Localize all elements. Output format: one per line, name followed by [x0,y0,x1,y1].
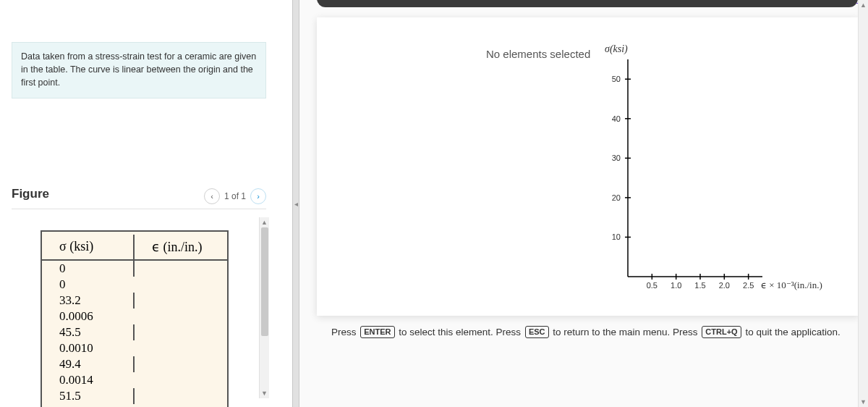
table-row: 49.4 0.0014 [42,356,227,388]
cell-sigma: 51.5 [42,388,135,404]
scroll-down-icon[interactable]: ▼ [260,388,269,398]
figure-pager: ‹ 1 of 1 › [204,188,266,204]
table-row: 33.2 0.0006 [42,293,227,324]
cell-epsilon: 0 [42,277,135,293]
problem-statement-text: Data taken from a stress-strain test for… [21,51,256,88]
scroll-up-icon[interactable]: ▲ [260,217,269,227]
instruction-text: Press ENTER to select this element. Pres… [331,326,841,338]
instr-p4: to quit the application. [743,327,841,337]
left-column: Data taken from a stress-strain test for… [0,0,289,407]
table-row: 51.5 0.0018 [42,388,227,407]
svg-text:0.5: 0.5 [647,281,658,290]
chart-canvas-card: No elements selected σ(ksi) ϵ × 10⁻³(in.… [317,17,859,316]
figure-scrollbar[interactable]: ▲ ▼ [259,217,269,398]
table-row: 45.5 0.0010 [42,324,227,356]
cell-epsilon: 0.0010 [42,340,135,356]
col-header-epsilon: ϵ (in./in.) [135,235,227,259]
svg-text:2.5: 2.5 [743,281,754,290]
cell-epsilon: 0.0018 [42,404,135,407]
svg-text:1.0: 1.0 [671,281,681,290]
figure-title: Figure [12,187,49,206]
chart-svg: 10203040500.51.01.52.02.5 [592,38,852,298]
instr-p2: to select this element. Press [396,327,524,337]
svg-text:40: 40 [612,114,621,123]
pager-label: 1 of 1 [224,191,246,201]
stress-strain-table: σ (ksi) ϵ (in./in.) 0 0 33.2 0.0006 45.5… [41,230,229,407]
cell-sigma: 33.2 [42,293,135,309]
svg-text:50: 50 [612,75,621,83]
table-header-row: σ (ksi) ϵ (in./in.) [42,235,227,261]
toolbar-shadow [317,0,858,7]
table-row: 0 0 [42,261,227,293]
problem-statement: Data taken from a stress-strain test for… [12,42,266,98]
key-esc: ESC [525,326,549,338]
figure-divider [12,209,266,209]
instr-p3: to return to the main menu. Press [550,327,701,337]
right-panel: Review No elements selected σ(ksi) ϵ × 1… [299,0,868,407]
pager-prev-button[interactable]: ‹ [204,188,220,204]
pager-next-button[interactable]: › [250,188,266,204]
cell-sigma: 45.5 [42,324,135,340]
cell-epsilon: 0.0006 [42,309,135,324]
instr-p1: Press [331,327,359,337]
stress-strain-chart[interactable]: σ(ksi) ϵ × 10⁻³(in./in.) 10203040500.51.… [592,38,852,298]
scroll-thumb[interactable] [261,227,268,336]
splitter-collapse-icon[interactable]: ◂ [294,200,298,208]
svg-text:1.5: 1.5 [694,281,705,290]
cell-sigma: 49.4 [42,356,135,372]
column-splitter[interactable]: ◂ [292,0,299,407]
cell-sigma: 0 [42,261,135,277]
key-enter: ENTER [360,326,394,338]
cell-epsilon: 0.0014 [42,372,135,388]
key-ctrlq: CTRL+Q [702,326,741,338]
svg-text:30: 30 [612,154,621,162]
svg-text:20: 20 [612,193,621,202]
svg-text:2.0: 2.0 [719,281,730,290]
svg-text:10: 10 [612,232,621,241]
no-elements-label: No elements selected [486,48,590,60]
figure-header: Figure ‹ 1 of 1 › [12,187,266,206]
col-header-sigma: σ (ksi) [42,235,135,259]
scroll-up-icon[interactable]: ▲ [859,0,868,10]
scroll-down-icon[interactable]: ▼ [859,397,868,407]
right-scrollbar[interactable]: ▲ ▼ [858,0,868,407]
